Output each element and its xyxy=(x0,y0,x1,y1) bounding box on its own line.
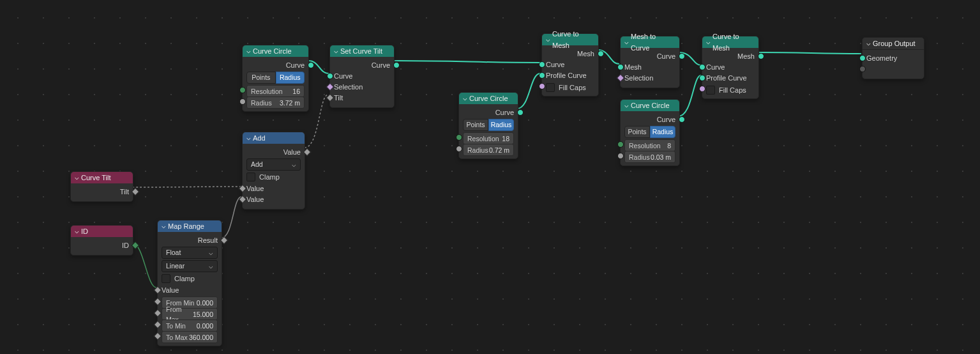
socket-profile: Profile Curve xyxy=(546,70,594,81)
dropdown-type[interactable]: Float xyxy=(162,247,218,259)
socket-value: Value xyxy=(162,285,218,295)
in-socket[interactable] xyxy=(699,75,705,81)
node-header[interactable]: ⌵Curve Circle xyxy=(621,100,679,111)
out-socket[interactable] xyxy=(598,50,604,57)
out-socket[interactable] xyxy=(303,148,312,157)
pill-radius[interactable]: Radius xyxy=(488,119,514,131)
row-radius: Radius0.03 m xyxy=(624,151,675,161)
check-icon xyxy=(706,86,715,95)
in-socket[interactable] xyxy=(699,86,705,92)
field-radius[interactable]: Radius0.03 m xyxy=(624,151,675,163)
node-add[interactable]: ⌵Add Value Add Clamp Value Value xyxy=(242,132,305,210)
in-socket[interactable] xyxy=(326,83,335,91)
pill-points[interactable]: Points xyxy=(463,119,488,131)
pill-points[interactable]: Points xyxy=(246,72,276,84)
out-socket[interactable] xyxy=(517,109,524,116)
in-socket[interactable] xyxy=(539,72,545,79)
field-radius[interactable]: Radius3.72 m xyxy=(246,96,305,109)
in-socket[interactable] xyxy=(239,87,246,93)
field-to-min[interactable]: To Min0.000 xyxy=(162,319,218,332)
node-curve-to-mesh-1[interactable]: ⌵Curve to Mesh Mesh Curve Profile Curve … xyxy=(541,33,599,96)
out-socket[interactable] xyxy=(758,53,764,59)
in-socket[interactable] xyxy=(539,61,545,68)
pill-mode[interactable]: Points Radius xyxy=(246,72,305,84)
out-socket[interactable] xyxy=(132,242,140,250)
out-socket[interactable] xyxy=(220,236,229,245)
checkbox-clamp[interactable]: Clamp xyxy=(246,172,301,182)
dropdown-op[interactable]: Add xyxy=(246,158,301,171)
node-group-output[interactable]: ⌵Group Output Geometry xyxy=(862,37,924,79)
node-header[interactable]: ⌵Group Output xyxy=(863,38,924,50)
in-socket[interactable] xyxy=(617,74,625,82)
in-socket[interactable] xyxy=(617,64,624,70)
socket-curve-out: Curve xyxy=(246,60,305,70)
node-curve-circle-2[interactable]: ⌵Curve Circle Curve Points Radius Resolu… xyxy=(458,92,518,159)
node-mesh-to-curve[interactable]: ⌵Mesh to Curve Curve Mesh Selection xyxy=(620,36,680,88)
in-socket[interactable] xyxy=(456,146,462,152)
field-resolution[interactable]: Resolution8 xyxy=(624,139,675,151)
node-set-curve-tilt[interactable]: ⌵Set Curve Tilt Curve Curve Selection Ti… xyxy=(329,45,395,108)
out-socket[interactable] xyxy=(679,116,685,123)
pill-radius[interactable]: Radius xyxy=(650,126,675,138)
field-from-max[interactable]: From Max15.000 xyxy=(162,308,218,320)
in-socket[interactable] xyxy=(239,196,247,204)
in-socket[interactable] xyxy=(859,66,866,72)
node-curve-to-mesh-2[interactable]: ⌵Curve to Mesh Mesh Curve Profile Curve … xyxy=(702,36,759,99)
checkbox-clamp[interactable]: Clamp xyxy=(162,273,218,284)
field-resolution[interactable]: Resolution16 xyxy=(246,85,305,97)
in-socket[interactable] xyxy=(154,321,162,329)
row-radius: Radius3.72 m xyxy=(246,96,305,107)
node-curve-circle-3[interactable]: ⌵Curve Circle Curve Points Radius Resolu… xyxy=(620,99,680,166)
socket-curve-in: Curve xyxy=(706,62,755,72)
in-socket[interactable] xyxy=(456,134,462,141)
chevron-down-icon: ⌵ xyxy=(162,220,166,231)
in-socket[interactable] xyxy=(617,141,624,148)
in-socket[interactable] xyxy=(859,55,866,61)
in-socket[interactable] xyxy=(239,185,247,193)
node-map-range[interactable]: ⌵Map Range Result Float Linear Clamp Val… xyxy=(157,220,222,346)
node-header[interactable]: ⌵Add xyxy=(243,132,305,144)
node-header[interactable]: ⌵ID xyxy=(71,226,133,237)
field-to-max[interactable]: To Max360.000 xyxy=(162,331,218,343)
pill-mode[interactable]: Points Radius xyxy=(463,119,514,131)
socket-fillcaps: Fill Caps xyxy=(546,81,594,91)
node-curve-circle-1[interactable]: ⌵Curve Circle Curve Points Radius Resolu… xyxy=(242,45,309,112)
in-socket[interactable] xyxy=(154,298,162,306)
pill-radius[interactable]: Radius xyxy=(276,72,305,84)
field-resolution[interactable]: Resolution18 xyxy=(463,132,514,144)
dropdown-interp[interactable]: Linear xyxy=(162,260,218,272)
node-header[interactable]: ⌵Curve to Mesh xyxy=(542,34,598,45)
field-radius[interactable]: Radius0.72 m xyxy=(463,144,514,156)
node-header[interactable]: ⌵Curve Circle xyxy=(459,93,518,104)
socket-selection: Selection xyxy=(334,82,390,92)
node-header[interactable]: ⌵Set Curve Tilt xyxy=(330,45,394,57)
chevron-down-icon: ⌵ xyxy=(463,92,467,104)
pill-mode[interactable]: Points Radius xyxy=(624,126,675,138)
in-socket[interactable] xyxy=(539,83,545,89)
in-socket[interactable] xyxy=(617,153,624,159)
in-socket[interactable] xyxy=(154,309,162,318)
node-header[interactable]: ⌵Curve Tilt xyxy=(71,172,133,183)
out-socket[interactable] xyxy=(393,62,400,68)
in-socket[interactable] xyxy=(327,73,333,79)
out-socket[interactable] xyxy=(132,188,140,196)
in-socket[interactable] xyxy=(154,286,162,295)
title: Add xyxy=(253,132,266,144)
in-socket[interactable] xyxy=(699,64,705,70)
pill-points[interactable]: Points xyxy=(624,126,650,138)
in-socket[interactable] xyxy=(154,332,162,341)
chevron-down-icon: ⌵ xyxy=(546,33,550,45)
node-curve-tilt[interactable]: ⌵Curve Tilt Tilt xyxy=(70,171,133,202)
out-socket[interactable] xyxy=(679,53,685,59)
node-header[interactable]: ⌵Curve to Mesh xyxy=(702,36,758,48)
in-socket[interactable] xyxy=(326,94,335,102)
node-id[interactable]: ⌵ID ID xyxy=(70,225,133,256)
title: Curve Tilt xyxy=(81,172,110,183)
socket-curve-out: Curve xyxy=(463,107,514,118)
out-socket[interactable] xyxy=(308,62,314,68)
in-socket[interactable] xyxy=(239,98,246,105)
node-header[interactable]: ⌵Mesh to Curve xyxy=(621,36,679,48)
node-header[interactable]: ⌵Map Range xyxy=(158,220,222,232)
node-header[interactable]: ⌵Curve Circle xyxy=(243,45,308,57)
row-to-min: To Min0.000 xyxy=(162,319,218,330)
